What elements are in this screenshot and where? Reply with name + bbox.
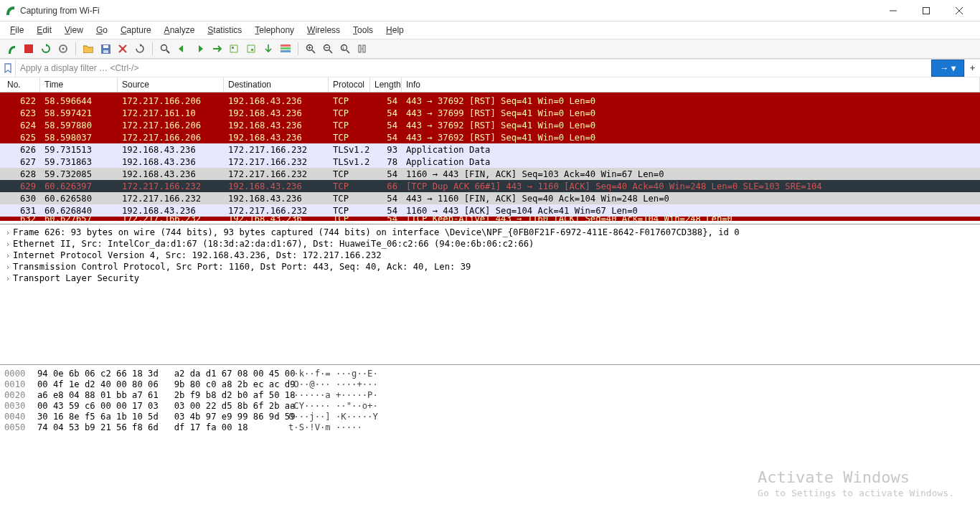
col-len[interactable]: Length bbox=[370, 77, 402, 92]
packet-details[interactable]: ›Frame 626: 93 bytes on wire (744 bits),… bbox=[0, 225, 980, 364]
packet-row[interactable]: 62859.732085192.168.43.236172.217.166.23… bbox=[0, 168, 980, 180]
hex-row[interactable]: 0020a6 e8 04 88 01 bb a7 61 2b f9 b8 d2 … bbox=[4, 390, 976, 401]
col-no[interactable]: No. bbox=[0, 77, 40, 92]
menu-help[interactable]: Help bbox=[380, 22, 410, 38]
packet-row[interactable]: 62558.598037172.217.166.206192.168.43.23… bbox=[0, 131, 980, 143]
svg-rect-28 bbox=[363, 45, 365, 52]
menu-edit[interactable]: Edit bbox=[31, 22, 57, 38]
expand-icon[interactable]: › bbox=[3, 274, 13, 283]
restart-capture-icon[interactable] bbox=[39, 42, 53, 56]
svg-line-25 bbox=[347, 50, 349, 53]
expand-icon[interactable]: › bbox=[3, 240, 13, 249]
svg-rect-8 bbox=[103, 45, 108, 48]
hex-row[interactable]: 001000 4f 1e d2 40 00 80 06 9b 80 c0 a8 … bbox=[4, 379, 976, 390]
go-back-icon[interactable] bbox=[175, 42, 189, 56]
toolbar-separator bbox=[75, 42, 76, 55]
packet-row-clip-bottom[interactable]: 63260.627657172.217.166.232192.168.43.23… bbox=[0, 217, 980, 221]
window-title: Capturing from Wi-Fi bbox=[20, 6, 877, 16]
expand-icon[interactable]: › bbox=[3, 262, 13, 272]
detail-row[interactable]: ›Transport Layer Security bbox=[0, 273, 980, 284]
svg-line-22 bbox=[329, 50, 332, 53]
svg-text:1: 1 bbox=[342, 46, 345, 50]
hex-row[interactable]: 003000 43 59 c6 00 00 17 03 03 00 22 d5 … bbox=[4, 401, 976, 412]
menu-capture[interactable]: Capture bbox=[115, 22, 157, 38]
go-to-packet-icon[interactable] bbox=[209, 42, 224, 56]
start-capture-icon[interactable] bbox=[4, 42, 19, 56]
svg-rect-14 bbox=[281, 44, 291, 47]
menu-analyze[interactable]: Analyze bbox=[159, 22, 201, 38]
auto-scroll-icon[interactable] bbox=[261, 42, 275, 56]
svg-line-13 bbox=[166, 50, 169, 53]
packet-row[interactable]: 62358.597421172.217.161.10192.168.43.236… bbox=[0, 107, 980, 119]
col-dst[interactable]: Destination bbox=[224, 77, 329, 92]
col-time[interactable]: Time bbox=[40, 77, 118, 92]
close-file-icon[interactable] bbox=[116, 42, 130, 56]
toolbar-separator bbox=[152, 42, 153, 55]
detail-row[interactable]: ›Frame 626: 93 bytes on wire (744 bits),… bbox=[0, 227, 980, 238]
svg-rect-27 bbox=[359, 45, 361, 52]
svg-rect-9 bbox=[103, 50, 108, 53]
filter-bookmark-icon[interactable] bbox=[0, 60, 16, 77]
svg-rect-4 bbox=[24, 44, 33, 53]
filter-apply-button[interactable]: → ▾ bbox=[931, 60, 964, 77]
reload-icon[interactable] bbox=[133, 42, 147, 56]
svg-rect-1 bbox=[923, 7, 930, 14]
packet-row[interactable]: 63060.626580172.217.166.232192.168.43.23… bbox=[0, 192, 980, 204]
filter-add-button[interactable]: + bbox=[964, 60, 980, 77]
packet-list[interactable]: 62258.596644172.217.166.206192.168.43.23… bbox=[0, 93, 980, 224]
title-bar: Capturing from Wi-Fi bbox=[0, 0, 980, 22]
menu-bar: FileEditViewGoCaptureAnalyzeStatisticsTe… bbox=[0, 22, 980, 39]
packet-bytes[interactable]: 000094 0e 6b 06 c2 66 18 3d a2 da d1 67 … bbox=[0, 366, 980, 504]
open-file-icon[interactable] bbox=[81, 42, 95, 56]
col-info[interactable]: Info bbox=[402, 77, 980, 92]
menu-view[interactable]: View bbox=[59, 22, 89, 38]
resize-columns-icon[interactable] bbox=[355, 42, 369, 56]
save-file-icon[interactable] bbox=[98, 42, 113, 56]
go-forward-icon[interactable] bbox=[192, 42, 207, 56]
maximize-button[interactable] bbox=[910, 0, 943, 22]
menu-tools[interactable]: Tools bbox=[347, 22, 379, 38]
detail-row[interactable]: ›Internet Protocol Version 4, Src: 192.1… bbox=[0, 250, 980, 261]
zoom-out-icon[interactable] bbox=[321, 42, 335, 56]
expand-icon[interactable]: › bbox=[3, 228, 13, 237]
go-last-icon[interactable] bbox=[244, 42, 258, 56]
menu-file[interactable]: File bbox=[4, 22, 29, 38]
colorize-icon[interactable] bbox=[278, 42, 293, 56]
svg-rect-15 bbox=[281, 47, 291, 49]
display-filter-input[interactable] bbox=[16, 60, 931, 77]
col-proto[interactable]: Protocol bbox=[329, 77, 370, 92]
main-toolbar: 1 bbox=[0, 39, 980, 59]
minimize-button[interactable] bbox=[877, 0, 910, 22]
app-icon bbox=[4, 5, 16, 16]
packet-row[interactable]: 63160.626840192.168.43.236172.217.166.23… bbox=[0, 204, 980, 217]
svg-rect-16 bbox=[281, 50, 291, 52]
expand-icon[interactable]: › bbox=[3, 251, 13, 260]
packet-row[interactable]: 62960.626397172.217.166.232192.168.43.23… bbox=[0, 180, 980, 192]
col-src[interactable]: Source bbox=[118, 77, 224, 92]
hex-row[interactable]: 000094 0e 6b 06 c2 66 18 3d a2 da d1 67 … bbox=[4, 369, 976, 379]
hex-row[interactable]: 004030 16 8e f5 6a 1b 10 5d 03 4b 97 e9 … bbox=[4, 412, 976, 422]
menu-telephony[interactable]: Telephony bbox=[249, 22, 300, 38]
svg-point-12 bbox=[161, 45, 167, 51]
menu-go[interactable]: Go bbox=[90, 22, 113, 38]
stop-capture-icon[interactable] bbox=[22, 42, 36, 56]
close-button[interactable] bbox=[943, 0, 976, 22]
go-first-icon[interactable] bbox=[227, 42, 241, 56]
packet-row[interactable]: 62258.596644172.217.166.206192.168.43.23… bbox=[0, 95, 980, 107]
hex-row[interactable]: 005074 04 53 b9 21 56 f8 6d df 17 fa 00 … bbox=[4, 422, 976, 433]
display-filter-bar: → ▾ + bbox=[0, 59, 980, 77]
packet-list-header: No. Time Source Destination Protocol Len… bbox=[0, 77, 980, 93]
packet-row[interactable]: 62659.731513192.168.43.236172.217.166.23… bbox=[0, 143, 980, 156]
zoom-in-icon[interactable] bbox=[303, 42, 318, 56]
detail-row[interactable]: ›Transmission Control Protocol, Src Port… bbox=[0, 261, 980, 273]
menu-wireless[interactable]: Wireless bbox=[301, 22, 346, 38]
capture-options-icon[interactable] bbox=[56, 42, 70, 56]
packet-row[interactable]: 62458.597880172.217.166.206192.168.43.23… bbox=[0, 119, 980, 131]
toolbar-separator bbox=[298, 42, 298, 55]
windows-activation-watermark: Activate Windows Go to Settings to activ… bbox=[758, 468, 954, 498]
find-icon[interactable] bbox=[158, 42, 172, 56]
menu-statistics[interactable]: Statistics bbox=[202, 22, 248, 38]
zoom-reset-icon[interactable]: 1 bbox=[338, 42, 352, 56]
packet-row[interactable]: 62759.731863192.168.43.236172.217.166.23… bbox=[0, 156, 980, 168]
detail-row[interactable]: ›Ethernet II, Src: IntelCor_da:d1:67 (18… bbox=[0, 238, 980, 250]
